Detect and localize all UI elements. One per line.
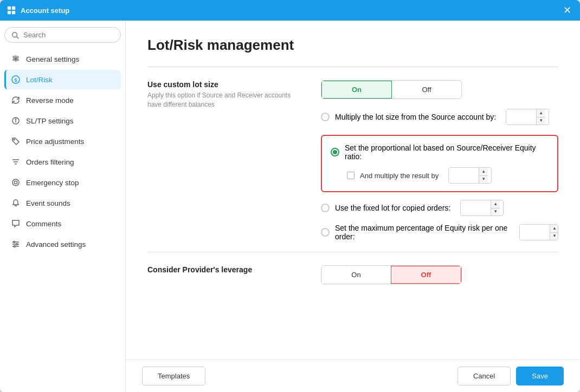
svg-line-5 <box>17 36 19 38</box>
footer-right: Cancel Save <box>457 367 564 386</box>
svg-rect-2 <box>8 11 11 14</box>
section-divider <box>147 67 558 67</box>
multiply-option-row: Multiply the lot size from the Source ac… <box>321 109 558 125</box>
fixed-lot-radio[interactable] <box>321 204 330 212</box>
multiply-result-input[interactable] <box>449 168 479 183</box>
equity-arrows: ▲ ▼ <box>550 225 558 240</box>
sidebar-item-sl-tp[interactable]: SL/TP settings <box>4 111 121 130</box>
fixed-up-arrow[interactable]: ▲ <box>491 200 500 208</box>
svg-point-15 <box>12 179 19 186</box>
custom-lot-control: On Off Multiply the lot size from the So… <box>321 80 558 241</box>
sliders-icon <box>11 239 21 249</box>
fixed-lot-row: Use the fixed lot for copied orders: ▲ ▼ <box>321 200 558 216</box>
svg-rect-3 <box>12 11 15 14</box>
multiply-spinner[interactable]: ▲ ▼ <box>506 109 549 125</box>
max-equity-row: Set the maximum percentage of Equity ris… <box>321 224 558 241</box>
app-icon <box>7 5 16 15</box>
sidebar-label-general: General settings <box>26 55 79 63</box>
custom-lot-size-setting: Use custom lot size Apply this option if… <box>147 80 558 241</box>
custom-lot-desc: Apply this option if Source and Receiver… <box>147 91 299 109</box>
fixed-arrows: ▲ ▼ <box>491 200 500 215</box>
equity-up-arrow[interactable]: ▲ <box>550 225 558 233</box>
multiply-result-row: And multiply the result by ▲ ▼ <box>347 167 549 184</box>
title-bar-left: Account setup <box>7 5 69 15</box>
sidebar-item-reverse-mode[interactable]: Reverse mode <box>4 90 121 110</box>
equity-down-arrow[interactable]: ▼ <box>550 233 558 240</box>
sidebar-label-comments: Comments <box>26 220 61 228</box>
multiply-radio[interactable] <box>321 113 330 121</box>
custom-lot-label-group: Use custom lot size Apply this option if… <box>147 80 299 121</box>
app-window: Account setup ✕ Genera <box>0 0 580 392</box>
toggle-off-button[interactable]: Off <box>392 81 461 99</box>
svg-point-4 <box>12 32 17 37</box>
svg-point-11 <box>14 139 15 140</box>
fixed-lot-input[interactable] <box>461 200 491 215</box>
sidebar-label-sl-tp: SL/TP settings <box>26 117 74 125</box>
sidebar-label-advanced: Advanced settings <box>26 240 86 249</box>
chat-icon <box>11 219 21 228</box>
provider-toggle-on[interactable]: On <box>321 266 391 284</box>
multiply-arrows: ▲ ▼ <box>536 109 545 125</box>
section-divider-2 <box>147 252 558 252</box>
proportional-radio[interactable] <box>331 148 339 156</box>
max-equity-input[interactable] <box>520 225 550 240</box>
search-box[interactable] <box>4 27 121 43</box>
multiply-down-arrow[interactable]: ▼ <box>537 117 545 125</box>
sidebar-item-comments[interactable]: Comments <box>4 214 121 233</box>
proportional-option-box: Set the proportional lot based on Source… <box>321 135 558 192</box>
svg-point-21 <box>16 244 18 245</box>
result-down-arrow[interactable]: ▼ <box>479 176 488 184</box>
gear-icon <box>11 54 21 64</box>
info-circle-icon <box>11 116 21 126</box>
content-area: General settings $ Lot/Risk <box>0 21 580 392</box>
title-bar: Account setup ✕ <box>0 0 580 21</box>
bell-icon <box>11 198 21 208</box>
multiply-result-spinner[interactable]: ▲ ▼ <box>448 167 492 184</box>
main-content: Lot/Risk management Use custom lot size … <box>126 21 580 392</box>
page-title: Lot/Risk management <box>147 37 558 54</box>
svg-point-10 <box>15 119 16 119</box>
filter-icon <box>11 157 21 167</box>
sidebar-label-lot-risk: Lot/Risk <box>26 76 53 84</box>
provider-leverage-control: On Off <box>321 265 558 284</box>
custom-lot-toggle: On Off <box>321 80 462 99</box>
toggle-on-button[interactable]: On <box>321 81 392 99</box>
sidebar-label-reverse: Reverse mode <box>26 96 74 104</box>
sidebar-item-advanced[interactable]: Advanced settings <box>4 234 121 254</box>
lot-radio-options: Multiply the lot size from the Source ac… <box>321 109 558 241</box>
multiply-up-arrow[interactable]: ▲ <box>537 109 545 117</box>
sidebar-label-sounds: Event sounds <box>26 199 70 207</box>
multiply-input[interactable] <box>506 109 536 125</box>
sidebar-item-event-sounds[interactable]: Event sounds <box>4 193 121 213</box>
sidebar-label-price: Price adjustments <box>26 138 84 146</box>
sidebar: General settings $ Lot/Risk <box>0 21 126 392</box>
provider-toggle-off[interactable]: Off <box>391 266 461 284</box>
fixed-down-arrow[interactable]: ▼ <box>491 208 500 216</box>
cancel-button[interactable]: Cancel <box>457 367 511 386</box>
sidebar-item-orders-filtering[interactable]: Orders filtering <box>4 152 121 172</box>
footer-left: Templates <box>142 367 205 386</box>
max-equity-radio[interactable] <box>321 228 330 237</box>
refresh-icon <box>11 95 21 105</box>
templates-button[interactable]: Templates <box>142 367 205 386</box>
sidebar-item-lot-risk[interactable]: $ Lot/Risk <box>4 70 121 89</box>
search-icon <box>11 31 19 39</box>
svg-rect-1 <box>12 6 15 10</box>
footer: Templates Cancel Save <box>126 360 580 392</box>
sidebar-item-price-adjustments[interactable]: Price adjustments <box>4 132 121 151</box>
result-arrows: ▲ ▼ <box>479 168 488 183</box>
fixed-lot-spinner[interactable]: ▲ ▼ <box>460 200 504 216</box>
sidebar-item-general-settings[interactable]: General settings <box>4 49 121 69</box>
sidebar-item-emergency-stop[interactable]: Emergency stop <box>4 173 121 192</box>
proportional-label: Set the proportional lot based on Source… <box>345 143 549 161</box>
result-up-arrow[interactable]: ▲ <box>479 168 488 176</box>
max-equity-spinner[interactable]: ▲ ▼ <box>519 224 558 240</box>
svg-text:$: $ <box>14 77 17 83</box>
save-button[interactable]: Save <box>516 367 564 386</box>
multiply-label: Multiply the lot size from the Source ac… <box>335 113 496 121</box>
stop-circle-icon <box>11 178 21 187</box>
multiply-result-label: And multiply the result by <box>360 172 439 180</box>
multiply-result-checkbox[interactable] <box>347 172 355 179</box>
search-input[interactable] <box>23 31 114 39</box>
close-button[interactable]: ✕ <box>561 4 573 16</box>
